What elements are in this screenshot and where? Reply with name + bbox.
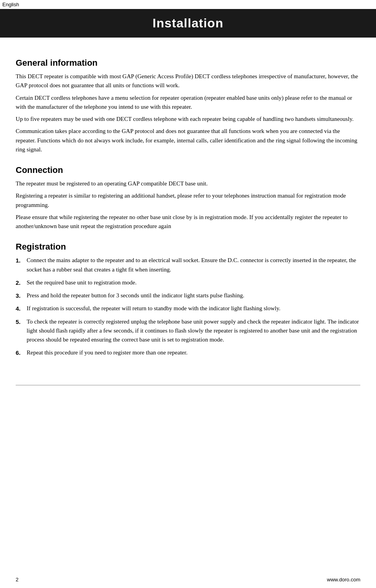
list-content: To check the repeater is correctly regis… xyxy=(27,317,360,345)
list-number: 1. xyxy=(16,256,27,265)
general-info-heading: General information xyxy=(16,58,360,68)
connection-para-1: The repeater must be registered to an op… xyxy=(16,179,360,188)
page-title: Installation xyxy=(8,16,368,31)
list-item: 3. Press and hold the repeater button fo… xyxy=(16,291,360,300)
section-connection: Connection The repeater must be register… xyxy=(16,165,360,231)
registration-list: 1. Connect the mains adapter to the repe… xyxy=(16,256,360,357)
language-label: English xyxy=(0,0,376,9)
list-item: 1. Connect the mains adapter to the repe… xyxy=(16,256,360,274)
list-content: Repeat this procedure if you need to reg… xyxy=(27,348,360,357)
general-info-para-1: This DECT repeater is compatible with mo… xyxy=(16,72,360,90)
list-item: 4. If registration is successful, the re… xyxy=(16,304,360,313)
section-general-info: General information This DECT repeater i… xyxy=(16,58,360,154)
list-content: Press and hold the repeater button for 3… xyxy=(27,291,360,300)
footer-divider xyxy=(16,385,360,385)
general-info-para-4: Communication takes place according to t… xyxy=(16,127,360,154)
section-registration: Registration 1. Connect the mains adapte… xyxy=(16,242,360,357)
connection-para-3: Please ensure that while registering the… xyxy=(16,213,360,231)
general-info-para-3: Up to five repeaters may be used with on… xyxy=(16,115,360,124)
page-header-bar: Installation xyxy=(0,9,376,38)
connection-heading: Connection xyxy=(16,165,360,175)
website-url: www.doro.com xyxy=(327,577,360,583)
list-content: Set the required base unit to registrati… xyxy=(27,278,360,287)
page-number: 2 xyxy=(16,577,18,583)
list-content: Connect the mains adapter to the repeate… xyxy=(27,256,360,274)
list-number: 6. xyxy=(16,348,27,357)
list-item: 5. To check the repeater is correctly re… xyxy=(16,317,360,345)
general-info-para-2: Certain DECT cordless telephones have a … xyxy=(16,94,360,112)
list-item: 6. Repeat this procedure if you need to … xyxy=(16,348,360,357)
list-number: 4. xyxy=(16,304,27,313)
list-number: 2. xyxy=(16,278,27,287)
list-number: 3. xyxy=(16,291,27,300)
page-footer: 2 www.doro.com xyxy=(0,577,376,583)
list-content: If registration is successful, the repea… xyxy=(27,304,360,313)
connection-para-2: Registering a repeater is similar to reg… xyxy=(16,191,360,210)
page-content: General information This DECT repeater i… xyxy=(0,38,376,385)
list-number: 5. xyxy=(16,317,27,326)
registration-heading: Registration xyxy=(16,242,360,252)
list-item: 2. Set the required base unit to registr… xyxy=(16,278,360,287)
